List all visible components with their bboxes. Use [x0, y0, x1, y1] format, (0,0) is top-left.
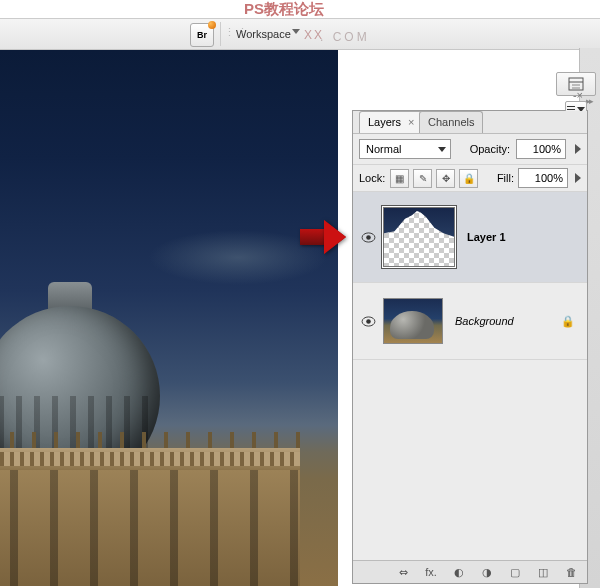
panel-collapse-icon[interactable]: -× [573, 89, 583, 101]
watermark-sub2: . COM [320, 30, 370, 44]
tab-channels[interactable]: Channels [419, 111, 483, 133]
lock-pixels-button[interactable]: ✎ [413, 169, 432, 188]
fill-input[interactable]: 100% [518, 168, 568, 188]
layer-thumbnail[interactable] [383, 298, 443, 344]
layers-footer: ⇔ fx. ◐ ◑ ▢ ◫ 🗑 [353, 560, 587, 583]
separator [220, 22, 221, 46]
lock-label: Lock: [359, 172, 385, 184]
layers-panel: -× Layers × Channels Normal Opacity: 100… [352, 110, 588, 584]
svg-point-7 [366, 319, 371, 324]
document-canvas[interactable] [0, 50, 338, 586]
tab-layers-label: Layers [368, 116, 401, 128]
opacity-slider-icon[interactable] [575, 144, 581, 154]
layer-name[interactable]: Layer 1 [467, 231, 506, 243]
opacity-label: Opacity: [470, 143, 510, 155]
visibility-toggle[interactable] [359, 312, 377, 330]
adjustment-layer-icon[interactable]: ◑ [479, 564, 495, 580]
tab-close-icon[interactable]: × [408, 116, 414, 128]
new-group-icon[interactable]: ▢ [507, 564, 523, 580]
fill-label: Fill: [497, 172, 514, 184]
bridge-button[interactable]: Br [190, 23, 214, 47]
options-bar: Br ⋮⋮ Workspace [0, 18, 600, 50]
panel-tabs: Layers × Channels [353, 111, 587, 134]
layer-fx-icon[interactable]: fx. [423, 564, 439, 580]
lock-all-button[interactable]: 🔒 [459, 169, 478, 188]
lock-position-button[interactable]: ✥ [436, 169, 455, 188]
layer-row[interactable]: Layer 1 [353, 192, 587, 283]
fill-value: 100% [535, 172, 563, 184]
add-mask-icon[interactable]: ◐ [451, 564, 467, 580]
building-shape [0, 236, 330, 586]
layer-list[interactable]: Layer 1 Background 🔒 [353, 192, 587, 560]
blend-opacity-row: Normal Opacity: 100% [353, 134, 587, 165]
tab-channels-label: Channels [428, 116, 474, 128]
link-layers-icon[interactable]: ⇔ [395, 564, 411, 580]
annotation-arrow-icon [300, 220, 348, 254]
watermark-title: PS教程论坛 [244, 0, 324, 19]
blend-mode-value: Normal [366, 143, 401, 155]
opacity-value: 100% [533, 143, 561, 155]
blend-mode-select[interactable]: Normal [359, 139, 451, 159]
caret-down-icon [438, 147, 446, 152]
lock-transparency-button[interactable]: ▦ [390, 169, 409, 188]
lock-icon: 🔒 [561, 315, 575, 328]
layer-thumbnail[interactable] [383, 207, 455, 267]
visibility-toggle[interactable] [359, 228, 377, 246]
layer-row[interactable]: Background 🔒 [353, 283, 587, 360]
delete-layer-icon[interactable]: 🗑 [563, 564, 579, 580]
bridge-orb-icon [208, 21, 216, 29]
bridge-label: Br [197, 30, 207, 40]
empty-space [353, 360, 587, 470]
new-layer-icon[interactable]: ◫ [535, 564, 551, 580]
lock-fill-row: Lock: ▦ ✎ ✥ 🔒 Fill: 100% [353, 165, 587, 192]
opacity-input[interactable]: 100% [516, 139, 566, 159]
fill-slider-icon[interactable] [575, 173, 581, 183]
workspace-label[interactable]: Workspace [236, 28, 291, 40]
layer-name[interactable]: Background [455, 315, 514, 327]
svg-point-5 [366, 235, 371, 240]
tab-layers[interactable]: Layers × [359, 111, 424, 133]
workspace-dropdown-icon[interactable] [292, 29, 300, 34]
